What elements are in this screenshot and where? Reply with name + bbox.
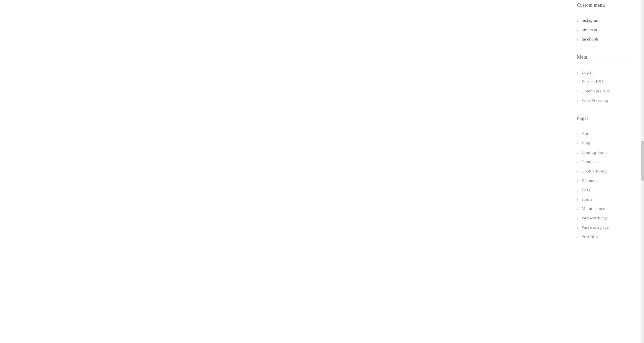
list-item[interactable]: › Log in: [577, 68, 637, 77]
pages-title: Pages: [577, 116, 637, 124]
chevron-right-icon: ›: [577, 169, 578, 173]
chevron-right-icon: ›: [577, 150, 578, 154]
chevron-right-icon: ›: [577, 160, 578, 164]
menu-item-label: WordPress.org: [582, 98, 608, 103]
menu-item-label: pinterest: [582, 27, 597, 32]
list-item[interactable]: › instagram: [577, 16, 637, 25]
menu-item-label: facebook: [582, 37, 598, 42]
list-item[interactable]: › WordPress.org: [577, 96, 637, 105]
chevron-right-icon: ›: [577, 207, 578, 211]
chevron-right-icon: ›: [577, 179, 578, 183]
sidebar: Custom menu › instagram › pinterest › fa…: [570, 0, 644, 252]
menu-item-label: Log in: [582, 70, 594, 75]
meta-menu-list: › Log in › Entries RSS › Comments RSS › …: [577, 68, 637, 105]
list-item[interactable]: › Entries RSS: [577, 77, 637, 86]
menu-item-label: Entries RSS: [582, 79, 604, 84]
custom-menu-list: › instagram › pinterest › facebook: [577, 16, 637, 44]
list-item[interactable]: › facebook: [577, 35, 637, 44]
menu-item-label: FAQ: [582, 187, 590, 193]
list-item[interactable]: › Contacts: [577, 157, 637, 166]
list-item[interactable]: › Blog: [577, 138, 637, 148]
chevron-right-icon: ›: [577, 216, 578, 220]
chevron-right-icon: ›: [577, 98, 578, 102]
list-item[interactable]: › Coming Soon: [577, 148, 637, 157]
menu-item-label: Home: [582, 197, 593, 202]
list-item[interactable]: › pinterest: [577, 25, 637, 35]
custom-menu-title: Custom menu: [577, 3, 637, 11]
list-item[interactable]: › Password page: [577, 223, 637, 232]
list-item[interactable]: › Portfolio: [577, 232, 637, 242]
chevron-right-icon: ›: [577, 197, 578, 201]
menu-item-label: instagram: [582, 18, 600, 23]
menu-item-label: Blog: [582, 140, 590, 146]
chevron-right-icon: ›: [577, 18, 578, 22]
menu-item-label: Portfolio: [582, 234, 598, 239]
menu-item-label: PasswordPage: [582, 215, 608, 221]
pages-menu-list: › About › Blog › Coming Soon › Contacts …: [577, 129, 637, 242]
chevron-right-icon: ›: [577, 37, 578, 41]
list-item[interactable]: › FAQ: [577, 185, 637, 195]
pages-section: Pages › About › Blog › Coming Soon › Con…: [577, 116, 637, 242]
menu-item-label: Password page: [582, 225, 609, 230]
chevron-right-icon: ›: [577, 80, 578, 84]
chevron-right-icon: ›: [577, 188, 578, 192]
chevron-right-icon: ›: [577, 89, 578, 93]
list-item[interactable]: › Cookie Policy: [577, 166, 637, 176]
menu-item-label: Coming Soon: [582, 150, 607, 155]
scrollbar-thumb[interactable]: [641, 141, 644, 181]
chevron-right-icon: ›: [577, 225, 578, 229]
list-item[interactable]: › PasswordPage: [577, 213, 637, 223]
custom-menu-section: Custom menu › instagram › pinterest › fa…: [577, 3, 637, 44]
menu-item-label: Maintenance: [582, 206, 605, 211]
menu-item-label: Elements: [582, 178, 599, 183]
chevron-right-icon: ›: [577, 141, 578, 145]
meta-title: Meta: [577, 55, 637, 63]
chevron-right-icon: ›: [577, 235, 578, 239]
list-item[interactable]: › Comments RSS: [577, 86, 637, 96]
chevron-right-icon: ›: [577, 70, 578, 74]
list-item[interactable]: › Maintenance: [577, 204, 637, 213]
list-item[interactable]: › Home: [577, 195, 637, 204]
menu-item-label: About: [582, 131, 593, 136]
menu-item-label: Cookie Policy: [582, 168, 608, 174]
menu-item-label: Contacts: [582, 159, 598, 164]
chevron-right-icon: ›: [577, 132, 578, 136]
chevron-right-icon: ›: [577, 28, 578, 32]
meta-section: Meta › Log in › Entries RSS › Comments R…: [577, 55, 637, 105]
menu-item-label: Comments RSS: [582, 88, 610, 94]
list-item[interactable]: › Elements: [577, 176, 637, 185]
list-item[interactable]: › About: [577, 129, 637, 138]
scrollbar[interactable]: [641, 0, 644, 343]
